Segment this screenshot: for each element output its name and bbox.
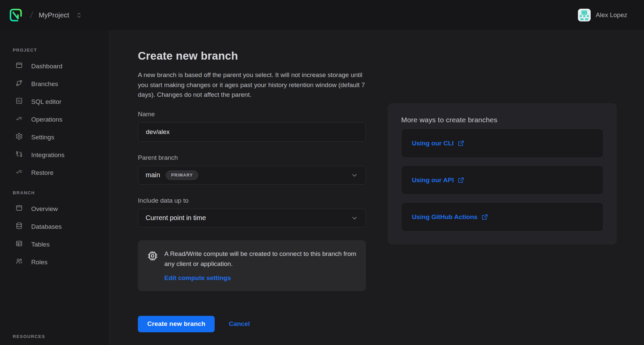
primary-badge: PRIMARY — [166, 170, 198, 180]
page-title: Create new branch — [138, 50, 366, 62]
include-data-value: Current point in time — [146, 214, 206, 222]
sidebar-item-restore[interactable]: Restore — [0, 164, 109, 182]
user-name[interactable]: Alex Lopez — [596, 11, 627, 19]
compute-note-text: A Read/Write compute will be created to … — [164, 249, 357, 269]
using-github-actions-link[interactable]: Using GitHub Actions — [412, 213, 488, 221]
more-ways-panel: More ways to create branches Using our C… — [388, 103, 617, 245]
gear-icon — [15, 133, 23, 142]
sidebar-item-overview[interactable]: Overview — [0, 200, 109, 218]
table-icon — [15, 240, 23, 249]
using-api-label: Using our API — [412, 177, 454, 184]
breadcrumb-separator: / — [30, 10, 34, 20]
cpu-chip-icon — [147, 250, 159, 282]
create-branch-button[interactable]: Create new branch — [138, 316, 215, 332]
project-selector-label[interactable]: MyProject — [39, 11, 69, 19]
sidebar-item-label: SQL editor — [31, 98, 61, 106]
github-actions-card[interactable]: Using GitHub Actions — [401, 202, 603, 231]
sidebar-item-tables[interactable]: Tables — [0, 235, 109, 253]
sidebar-item-label: Tables — [31, 241, 50, 248]
cancel-link[interactable]: Cancel — [229, 320, 250, 328]
external-link-icon — [458, 177, 464, 184]
git-compare-icon — [15, 150, 23, 159]
sidebar: PROJECT Dashboard Branches SQL editor Op… — [0, 30, 109, 345]
sidebar-item-label: Overview — [31, 205, 58, 213]
topbar: / MyProject Alex Lopez — [0, 0, 644, 30]
sidebar-item-dashboard[interactable]: Dashboard — [0, 57, 109, 75]
sidebar-item-label: Restore — [31, 169, 54, 177]
sidebar-item-operations[interactable]: Operations — [0, 111, 109, 128]
api-card[interactable]: Using our API — [401, 165, 603, 195]
chevron-down-icon — [351, 171, 358, 179]
sidebar-section-branch: BRANCH — [13, 190, 109, 195]
cli-card[interactable]: Using our CLI — [401, 129, 603, 158]
using-cli-label: Using our CLI — [412, 140, 454, 147]
using-github-actions-label: Using GitHub Actions — [412, 213, 478, 221]
check-list-icon — [15, 115, 23, 124]
sidebar-item-label: Integrations — [31, 151, 64, 159]
sidebar-section-resources: RESOURCES — [13, 334, 109, 339]
sidebar-item-integrations[interactable]: Integrations — [0, 146, 109, 164]
edit-compute-settings-link[interactable]: Edit compute settings — [164, 274, 231, 282]
sidebar-item-roles[interactable]: Roles — [0, 253, 109, 271]
name-field-label: Name — [138, 111, 366, 118]
sidebar-item-databases[interactable]: Databases — [0, 218, 109, 235]
database-icon — [15, 222, 23, 231]
external-link-icon — [458, 140, 464, 147]
sidebar-section-project: PROJECT — [13, 48, 109, 53]
sidebar-item-label: Branches — [31, 80, 58, 88]
chevrons-up-down-icon[interactable] — [76, 12, 82, 18]
sidebar-item-label: Roles — [31, 259, 48, 266]
dashboard-icon — [15, 62, 23, 71]
sidebar-item-label: Settings — [31, 134, 54, 141]
parent-branch-select[interactable]: main PRIMARY — [138, 166, 366, 185]
git-branch-icon — [15, 79, 23, 88]
using-cli-link[interactable]: Using our CLI — [412, 140, 464, 147]
using-api-link[interactable]: Using our API — [412, 177, 464, 184]
include-data-label: Include data up to — [138, 197, 366, 204]
parent-branch-value: main — [146, 171, 160, 179]
terminal-square-icon — [15, 97, 23, 106]
sidebar-item-settings[interactable]: Settings — [0, 128, 109, 146]
branch-name-input[interactable] — [138, 122, 366, 142]
more-ways-title: More ways to create branches — [401, 116, 603, 124]
include-data-select[interactable]: Current point in time — [138, 209, 366, 227]
users-icon — [15, 258, 23, 267]
chevron-down-icon — [351, 214, 358, 222]
sidebar-item-sql-editor[interactable]: SQL editor — [0, 93, 109, 111]
sidebar-item-label: Databases — [31, 223, 62, 230]
avatar[interactable] — [578, 9, 591, 21]
external-link-icon — [481, 214, 488, 220]
parent-branch-label: Parent branch — [138, 154, 366, 161]
main-content: Create new branch A new branch is based … — [110, 30, 644, 345]
neon-logo-icon[interactable] — [9, 8, 23, 22]
sidebar-item-label: Operations — [31, 116, 62, 123]
window-icon — [15, 204, 23, 213]
page-description: A new branch is based off the parent you… — [138, 70, 366, 100]
compute-note-box: A Read/Write compute will be created to … — [138, 240, 366, 291]
restore-list-icon — [15, 168, 23, 177]
sidebar-item-branches[interactable]: Branches — [0, 75, 109, 93]
sidebar-item-label: Dashboard — [31, 63, 62, 70]
